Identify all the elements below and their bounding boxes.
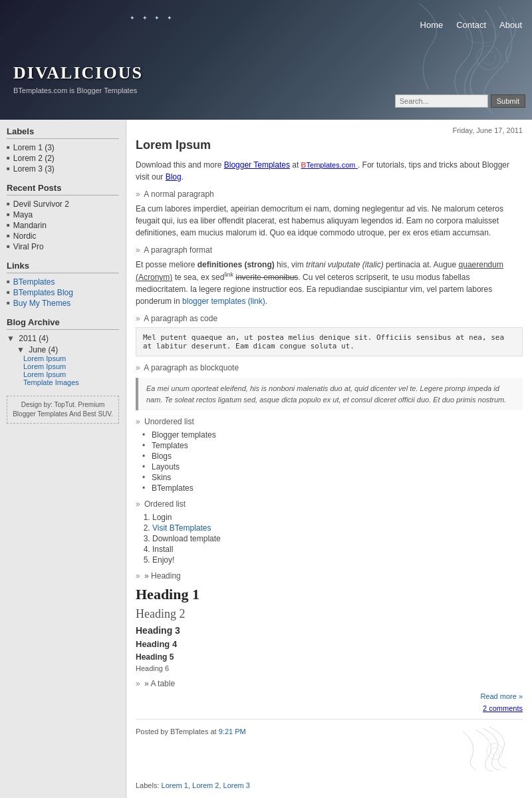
italic-text: tritani vulputate (italic) (306, 260, 384, 269)
archive-post-1[interactable]: Lorem Ipsum (23, 354, 119, 362)
ol-item-1: Login (152, 513, 523, 522)
ul-item-2: Templates (142, 441, 523, 450)
search-button[interactable]: Submit (491, 94, 525, 108)
section-ol: » Ordered list (136, 499, 523, 509)
archive-post-3[interactable]: Lorem Ipsum (23, 370, 119, 378)
archive-month-count: (4) (49, 345, 59, 354)
links-heading: Links (7, 261, 119, 273)
archive-heading: Blog Archive (7, 317, 119, 330)
footer-swirl-svg (443, 725, 523, 771)
nav-about[interactable]: About (496, 19, 525, 31)
design-credit: Design by: TopTut. Premium Blogger Templ… (7, 396, 119, 424)
comments-link[interactable]: 2 comments (483, 704, 523, 712)
archive-year-count: (4) (39, 334, 49, 343)
post-1-date: Friday, June 17, 2011 (136, 126, 523, 134)
recent-posts-list: Devil Survivor 2 Maya Mandarin Nordic Vi… (7, 200, 119, 251)
btemplates-logo-link-1[interactable]: BTemplates.com (301, 160, 358, 170)
sub-text: sed (211, 273, 224, 282)
archive-month-toggle: ▼ (17, 345, 25, 354)
post-1-title[interactable]: Lorem Ipsum (136, 138, 523, 152)
normal-para-text: Ea cum labores imperdiet, apeirian democ… (136, 203, 523, 239)
post-label-2[interactable]: Lorem 2 (192, 781, 219, 789)
archive-year-toggle: ▼ (7, 334, 15, 343)
label-item-2[interactable]: Lorem 2 (2) (7, 154, 119, 163)
strikethrough-text: inverite emonibus (235, 273, 298, 282)
sidebar: Labels Lorem 1 (3) Lorem 2 (2) Lorem 3 (… (0, 120, 126, 798)
nav-home[interactable]: Home (417, 19, 447, 31)
recent-post-4[interactable]: Nordic (7, 231, 119, 241)
recent-post-1[interactable]: Devil Survivor 2 (7, 200, 119, 209)
svg-point-0 (477, 46, 501, 70)
link-2[interactable]: BTemplates Blog (7, 288, 119, 297)
labels-heading: Labels (7, 126, 119, 139)
ol-item-3: Download template (152, 534, 523, 543)
ul-item-6: BTemplates (142, 483, 523, 493)
archive-posts-list: Lorem Ipsum Lorem Ipsum Lorem Ipsum Temp… (23, 354, 119, 386)
ul-item-3: Blogs (142, 452, 523, 461)
blogger-templates-link[interactable]: blogger templates (link) (182, 297, 265, 306)
sidebar-labels-section: Labels Lorem 1 (3) Lorem 2 (2) Lorem 3 (… (7, 126, 119, 174)
post-labels-footer: Labels: Lorem 1, Lorem 2, Lorem 3 (136, 780, 523, 792)
recent-post-2[interactable]: Maya (7, 210, 119, 219)
btemplates-link-1[interactable]: Blogger Templates (224, 160, 290, 170)
ul-item-4: Layouts (142, 462, 523, 471)
labels-prefix: Labels: (136, 781, 159, 789)
main-nav: Home Contact About (417, 19, 525, 31)
label-3-text: Lorem 3 (3) (13, 164, 55, 174)
search-bar: Submit (395, 94, 525, 108)
nav-contact[interactable]: Contact (453, 19, 489, 31)
label-item-1[interactable]: Lorem 1 (3) (7, 143, 119, 152)
svg-point-3 (487, 743, 503, 759)
header-gems: ✦ ✦ ✦ ✦ (130, 15, 175, 21)
post-label-1[interactable]: Lorem 1 (162, 781, 188, 789)
section-normal-para: » A normal paragraph (136, 190, 523, 199)
post-divider (136, 719, 523, 720)
section-blockquote: » A paragraph as blockquote (136, 363, 523, 372)
section-ul: » Unordered list (136, 417, 523, 426)
para-code-text: Mel putent quaeque an, ut postea melius … (136, 327, 523, 356)
section-para-format: » A paragraph format (136, 245, 523, 255)
sidebar-recent-posts-section: Recent Posts Devil Survivor 2 Maya Manda… (7, 183, 119, 251)
recent-post-5[interactable]: Viral Pro (7, 242, 119, 251)
post-1: Friday, June 17, 2011 Lorem Ipsum Downlo… (136, 126, 523, 791)
archive-year[interactable]: ▼ 2011 (4) (7, 334, 119, 343)
superscript-text: link (224, 271, 233, 278)
archive-month-label: June (29, 345, 46, 354)
post-h6: Heading 6 (136, 664, 523, 672)
links-list: BTemplates BTemplates Blog Buy My Themes (7, 277, 119, 308)
ul-item-5: Skins (142, 473, 523, 482)
recent-post-3[interactable]: Mandarin (7, 221, 119, 230)
main-layout: Labels Lorem 1 (3) Lorem 2 (2) Lorem 3 (… (0, 120, 532, 798)
ol-item-4: Install (152, 545, 523, 554)
link-1[interactable]: BTemplates (7, 277, 119, 287)
blog-link-1[interactable]: Blog (166, 172, 182, 182)
section-para-code: » A paragraph as code (136, 314, 523, 323)
post-h5: Heading 5 (136, 652, 523, 662)
read-more-line: Read more » (136, 692, 523, 700)
site-title: DIVALICIOUS (13, 63, 143, 83)
label-item-3[interactable]: Lorem 3 (3) (7, 164, 119, 174)
post-time-link[interactable]: 9:21 PM (219, 728, 246, 735)
archive-post-4[interactable]: Template Images (23, 378, 119, 386)
post-label-3[interactable]: Lorem 3 (223, 781, 250, 789)
labels-list: Lorem 1 (3) Lorem 2 (2) Lorem 3 (3) (7, 143, 119, 174)
site-subtitle: BTemplates.com is Blogger Templates (13, 86, 137, 94)
post-h3: Heading 3 (136, 625, 523, 636)
section-table: » » A table (136, 679, 523, 688)
label-2-text: Lorem 2 (2) (13, 154, 55, 163)
link-3[interactable]: Buy My Themes (7, 299, 119, 308)
ul-item-1: Blogger templates (142, 430, 523, 440)
site-header: Home Contact About ✦ ✦ ✦ ✦ DIVALICIOUS B… (0, 0, 532, 120)
ordered-list: Login Visit BTemplates Download template… (152, 513, 523, 565)
unordered-list: Blogger templates Templates Blogs Layout… (142, 430, 523, 493)
ol-item-2[interactable]: Visit BTemplates (152, 523, 523, 533)
content-area: Friday, June 17, 2011 Lorem Ipsum Downlo… (126, 120, 532, 798)
comments-line[interactable]: 2 comments (136, 704, 523, 712)
archive-post-2[interactable]: Lorem Ipsum (23, 362, 119, 370)
read-more-link[interactable]: Read more » (480, 692, 523, 700)
blockquote-text: Ea mei unum oporteat eleifend, his is no… (136, 378, 523, 410)
ol-item-5: Enjoy! (152, 555, 523, 565)
para-format-text: Et posse meliore definitiones (strong) h… (136, 259, 523, 307)
archive-month[interactable]: ▼ June (4) (17, 345, 119, 354)
search-input[interactable] (395, 94, 488, 108)
